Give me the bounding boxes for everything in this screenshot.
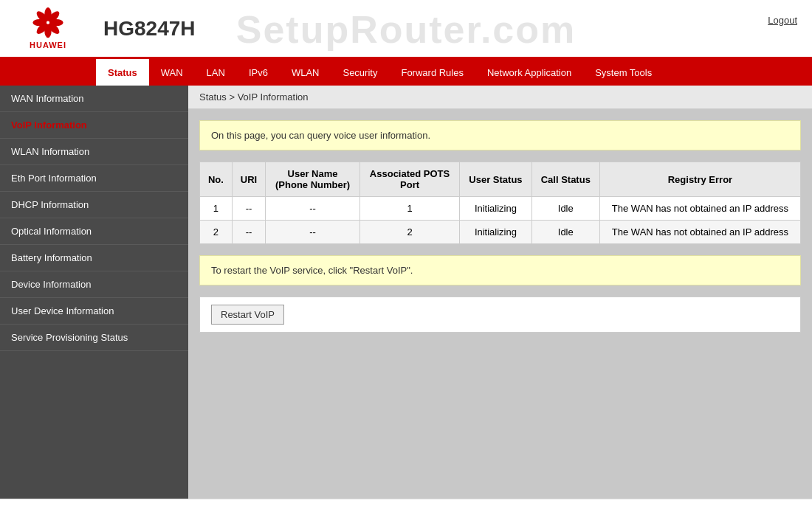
cell-registry-error-1: The WAN has not obtained an IP address xyxy=(599,197,800,221)
sidebar-item-device-information[interactable]: Device Information xyxy=(0,271,188,298)
sidebar-item-user-device-information[interactable]: User Device Information xyxy=(0,298,188,325)
col-header-no: No. xyxy=(200,162,233,197)
model-title: HG8247H xyxy=(96,17,812,41)
col-header-uri: URI xyxy=(232,162,265,197)
cell-call-status-1: Idle xyxy=(531,197,599,221)
sidebar-item-optical-information[interactable]: Optical Information xyxy=(0,218,188,245)
main-content: Status > VoIP Information On this page, … xyxy=(188,86,812,499)
cell-pots-2: 2 xyxy=(359,221,459,244)
sidebar: WAN Information VoIP Information WLAN In… xyxy=(0,86,188,499)
nav-item-network-application[interactable]: Network Application xyxy=(475,59,583,86)
logo-text: HUAWEI xyxy=(30,41,66,49)
sidebar-item-wan-information[interactable]: WAN Information xyxy=(0,86,188,112)
col-header-username: User Name(Phone Number) xyxy=(266,162,360,197)
cell-user-status-1: Initializing xyxy=(460,197,532,221)
col-header-pots: Associated POTSPort xyxy=(359,162,459,197)
footer: Copyright © Huawei Technologies Co., Ltd… xyxy=(0,499,812,506)
restart-btn-container: Restart VoIP xyxy=(199,297,801,333)
nav-item-forward-rules[interactable]: Forward Rules xyxy=(389,59,475,86)
content-area: WAN Information VoIP Information WLAN In… xyxy=(0,86,812,499)
sidebar-item-battery-information[interactable]: Battery Information xyxy=(0,245,188,271)
breadcrumb: Status > VoIP Information xyxy=(188,86,812,109)
nav-item-wlan[interactable]: WLAN xyxy=(280,59,331,86)
nav-item-security[interactable]: Security xyxy=(331,59,389,86)
cell-no-2: 2 xyxy=(200,221,233,244)
sidebar-item-eth-port-information[interactable]: Eth Port Information xyxy=(0,165,188,192)
logo-area: HUAWEI xyxy=(0,1,96,55)
cell-username-1: -- xyxy=(266,197,360,221)
sidebar-item-voip-information[interactable]: VoIP Information xyxy=(0,112,188,139)
info-message: On this page, you can query voice user i… xyxy=(199,120,801,150)
table-row: 2 -- -- 2 Initializing Idle The WAN has … xyxy=(200,221,801,244)
nav-item-wan[interactable]: WAN xyxy=(149,59,195,86)
cell-uri-2: -- xyxy=(232,221,265,244)
cell-registry-error-2: The WAN has not obtained an IP address xyxy=(599,221,800,244)
table-row: 1 -- -- 1 Initializing Idle The WAN has … xyxy=(200,197,801,221)
col-header-registry-error: Registry Error xyxy=(599,162,800,197)
nav-item-status[interactable]: Status xyxy=(96,59,149,86)
sidebar-item-service-provisioning-status[interactable]: Service Provisioning Status xyxy=(0,325,188,351)
cell-uri-1: -- xyxy=(232,197,265,221)
restart-note-box: To restart the VoIP service, click "Rest… xyxy=(199,255,801,285)
nav-item-lan[interactable]: LAN xyxy=(195,59,237,86)
voip-table: No. URI User Name(Phone Number) Associat… xyxy=(199,162,801,244)
restart-note-text: To restart the VoIP service, click "Rest… xyxy=(211,265,413,276)
huawei-logo-icon xyxy=(26,7,70,41)
sidebar-item-wlan-information[interactable]: WLAN Information xyxy=(0,139,188,165)
cell-no-1: 1 xyxy=(200,197,233,221)
col-header-call-status: Call Status xyxy=(531,162,599,197)
logout-button[interactable]: Logout xyxy=(768,15,797,26)
cell-call-status-2: Idle xyxy=(531,221,599,244)
page-body: On this page, you can query voice user i… xyxy=(188,109,812,344)
nav-item-system-tools[interactable]: System Tools xyxy=(583,59,664,86)
col-header-user-status: User Status xyxy=(460,162,532,197)
header: HUAWEI SetupRouter.com HG8247H Logout xyxy=(0,0,812,59)
cell-username-2: -- xyxy=(266,221,360,244)
navbar: Status WAN LAN IPv6 WLAN Security Forwar… xyxy=(0,59,812,86)
restart-voip-button[interactable]: Restart VoIP xyxy=(211,305,284,325)
nav-item-ipv6[interactable]: IPv6 xyxy=(237,59,280,86)
cell-pots-1: 1 xyxy=(359,197,459,221)
sidebar-item-dhcp-information[interactable]: DHCP Information xyxy=(0,192,188,218)
info-message-text: On this page, you can query voice user i… xyxy=(211,130,430,141)
cell-user-status-2: Initializing xyxy=(460,221,532,244)
